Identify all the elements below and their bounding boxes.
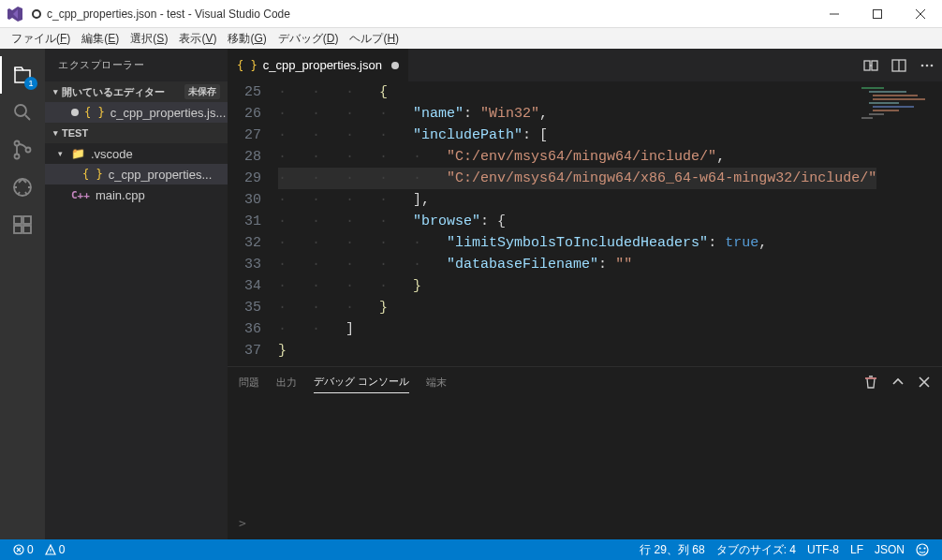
search-activity[interactable] [0,94,45,131]
explorer-sidebar: エクスプローラー ▾ 開いているエディター 未保存 { } c_cpp_prop… [45,49,228,539]
open-editor-item[interactable]: { } c_cpp_properties.js... [45,102,228,123]
status-cursor-position[interactable]: 行 29、列 68 [634,542,710,558]
svg-point-4 [26,148,31,153]
svg-rect-10 [864,61,870,70]
debug-activity[interactable] [0,169,45,206]
code-content[interactable]: · · · {· · · · "name": "Win32",· · · · "… [278,81,942,366]
maximize-button[interactable] [856,0,899,28]
scm-activity[interactable] [0,131,45,169]
menu-item[interactable]: デバッグ(D) [272,29,345,49]
folder-vscode[interactable]: ▾ 📁 .vscode [45,143,228,164]
open-editors-header[interactable]: ▾ 開いているエディター 未保存 [45,81,228,102]
file-main-cpp[interactable]: C++ main.cpp [45,184,228,205]
panel-tabs: 問題 出力 デバッグ コンソール 端末 [228,367,942,397]
close-button[interactable] [899,0,942,28]
editor-tabbar: { } c_cpp_properties.json [228,49,942,81]
svg-rect-6 [14,216,22,224]
json-braces-icon: { } [237,59,258,72]
status-tab-size[interactable]: タブのサイズ: 4 [711,542,802,558]
panel-tab-terminal[interactable]: 端末 [426,372,447,393]
menu-item[interactable]: 移動(G) [222,29,272,49]
window-titlebar: c_cpp_properties.json - test - Visual St… [0,0,942,28]
svg-rect-8 [14,226,22,233]
svg-point-2 [15,141,20,146]
svg-point-1 [15,105,26,116]
menu-item[interactable]: 表示(V) [173,29,222,49]
svg-point-18 [920,548,920,549]
tab-filename: c_cpp_properties.json [263,58,382,72]
status-bar: 0 0 行 29、列 68 タブのサイズ: 4 UTF-8 LF JSON [0,539,942,560]
status-language[interactable]: JSON [869,542,910,558]
chevron-down-icon: ▾ [58,149,69,158]
menubar: ファイル(F)編集(E)選択(S)表示(V)移動(G)デバッグ(D)ヘルプ(H) [0,28,942,49]
explorer-activity[interactable]: 1 [0,56,45,94]
json-braces-icon: { } [84,106,105,119]
window-title: c_cpp_properties.json - test - Visual St… [47,7,813,21]
workspace-name: TEST [62,127,88,139]
panel-tab-problems[interactable]: 問題 [239,372,259,393]
dirty-dot-icon [391,62,399,69]
chevron-down-icon: ▾ [49,87,62,96]
editor-actions [863,49,942,81]
menu-item[interactable]: ヘルプ(H) [344,29,405,49]
folder-icon: 📁 [71,147,85,160]
minimap[interactable] [861,87,936,162]
open-editors-label: 開いているエディター [62,85,165,99]
compare-changes-icon[interactable] [863,58,878,73]
file-name: c_cpp_properties... [109,168,213,182]
prompt-chevron-icon: > [239,516,246,530]
menu-item[interactable]: ファイル(F) [6,29,76,49]
svg-point-13 [921,64,924,66]
minimize-button[interactable] [813,0,856,28]
split-editor-icon[interactable] [891,58,906,73]
explorer-badge: 1 [24,77,37,90]
svg-rect-11 [872,61,877,70]
status-encoding[interactable]: UTF-8 [802,542,845,558]
unsaved-badge: 未保存 [184,84,220,99]
more-actions-icon[interactable] [920,58,935,73]
status-warnings[interactable]: 0 [39,543,71,556]
json-braces-icon: { } [82,168,103,181]
workspace-header[interactable]: ▾ TEST [45,123,228,143]
bottom-panel: 問題 出力 デバッグ コンソール 端末 > [228,366,942,539]
folder-name: .vscode [91,147,133,161]
panel-tab-debug-console[interactable]: デバッグ コンソール [314,371,409,393]
svg-point-15 [931,64,934,66]
dirty-indicator-icon [32,9,41,19]
sidebar-title: エクスプローラー [45,49,228,81]
svg-point-14 [926,64,929,66]
extensions-activity[interactable] [0,206,45,243]
status-errors[interactable]: 0 [7,543,39,556]
code-editor[interactable]: 25262728293031323334353637 · · · {· · · … [228,81,942,366]
line-number-gutter: 25262728293031323334353637 [228,81,278,366]
panel-maximize-icon[interactable] [891,376,905,389]
editor-tab-active[interactable]: { } c_cpp_properties.json [228,49,409,81]
status-eol[interactable]: LF [845,542,869,558]
chevron-down-icon: ▾ [49,128,62,138]
svg-point-19 [924,548,925,549]
editor-area: { } c_cpp_properties.json 25262728293031… [228,49,942,539]
status-feedback-icon[interactable] [910,542,935,558]
svg-rect-9 [23,226,31,233]
svg-point-3 [15,155,20,159]
activity-bar: 1 [0,49,45,539]
debug-console-input[interactable]: > [239,511,931,534]
debug-console-body[interactable] [228,397,942,511]
vscode-app-icon [7,6,24,22]
file-name: main.cpp [96,188,145,202]
dirty-dot-icon [71,109,79,116]
open-editor-filename: c_cpp_properties.js... [110,106,227,120]
panel-close-icon[interactable] [918,376,931,389]
file-properties-json[interactable]: { } c_cpp_properties... [45,164,228,184]
svg-rect-7 [23,216,31,224]
clear-console-icon[interactable] [863,375,878,390]
svg-rect-0 [874,9,882,18]
menu-item[interactable]: 選択(S) [125,29,173,49]
panel-tab-output[interactable]: 出力 [276,372,297,393]
cpp-icon: C++ [71,189,90,201]
menu-item[interactable]: 編集(E) [76,29,125,49]
svg-point-17 [917,544,928,555]
